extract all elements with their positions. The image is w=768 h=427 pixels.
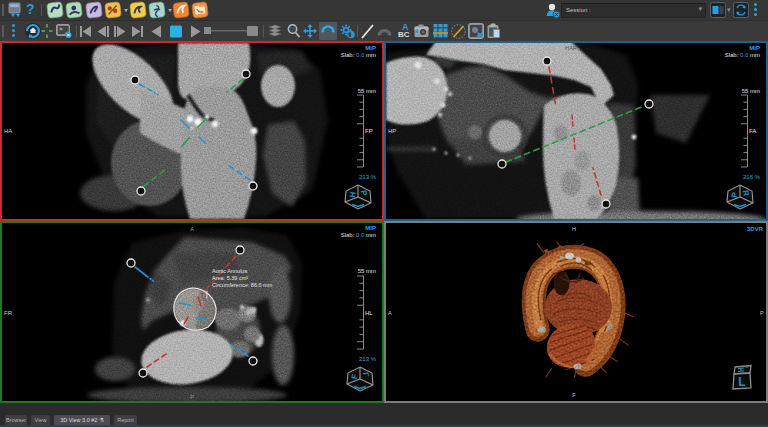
svg-text:Slab: 0.0 mm: Slab: 0.0 mm	[341, 232, 376, 238]
svg-text:HP: HP	[388, 128, 396, 134]
svg-text:H: H	[572, 226, 576, 232]
svg-text:Aortic Annulus: Aortic Annulus	[212, 268, 247, 274]
svg-text:R: R	[190, 45, 194, 51]
svg-text:FP: FP	[365, 128, 373, 134]
svg-text:A: A	[190, 226, 194, 232]
svg-text:FR: FR	[566, 212, 573, 218]
svg-text:L: L	[738, 375, 745, 389]
svg-text:55 mm: 55 mm	[358, 88, 376, 94]
svg-text:FA: FA	[749, 128, 756, 134]
svg-text:MIP: MIP	[365, 45, 376, 51]
svg-text:HA: HA	[4, 128, 12, 134]
svg-text:HL: HL	[365, 310, 373, 316]
svg-text:55 mm: 55 mm	[742, 88, 760, 94]
svg-text:213 %: 213 %	[359, 174, 377, 180]
svg-text:55 mm: 55 mm	[358, 268, 376, 274]
svg-text:P: P	[190, 394, 194, 400]
svg-text:Area: 5.39 cm²: Area: 5.39 cm²	[212, 275, 248, 281]
svg-text:FR: FR	[4, 310, 13, 316]
svg-text:L: L	[190, 212, 193, 218]
svg-text:3DVR: 3DVR	[747, 226, 764, 232]
svg-text:MIP: MIP	[365, 225, 376, 231]
svg-text:Slab: 0.0 mm: Slab: 0.0 mm	[341, 52, 376, 58]
svg-text:216 %: 216 %	[743, 174, 761, 180]
svg-text:Circumference: 86.6 mm: Circumference: 86.6 mm	[212, 282, 273, 288]
svg-text:Slab: 0.0 mm: Slab: 0.0 mm	[725, 52, 760, 58]
svg-text:P: P	[760, 310, 764, 316]
svg-text:213 %: 213 %	[359, 356, 377, 362]
svg-text:HAR: HAR	[565, 45, 577, 51]
svg-text:A: A	[388, 310, 392, 316]
svg-text:MIP: MIP	[749, 45, 760, 51]
